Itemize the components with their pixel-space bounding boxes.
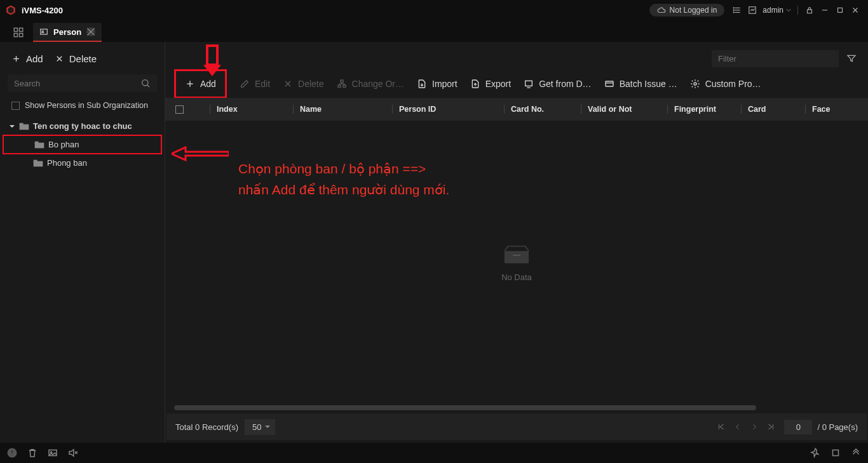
sidebar-add-button[interactable]: Add [11, 53, 43, 64]
tab-person[interactable]: Person [33, 23, 102, 42]
home-tab[interactable] [8, 23, 29, 42]
last-icon [766, 422, 775, 431]
folder-icon [33, 159, 43, 167]
svg-rect-38 [341, 80, 343, 82]
svg-rect-16 [14, 34, 17, 37]
pager: Total 0 Record(s) 50 0 / 0 Page(s) [166, 413, 867, 440]
svg-point-6 [733, 10, 734, 10]
titlebar: iVMS-4200 Not Logged in admin [0, 0, 868, 20]
tree-item-bophan[interactable]: Bo phan [3, 135, 162, 154]
content-toolbar: Add Edit Delete Change Or… Import Export [165, 70, 868, 98]
custom-label: Custom Pro… [705, 79, 761, 89]
custom-property-button[interactable]: Custom Pro… [690, 79, 761, 89]
minimize-button[interactable] [817, 3, 832, 18]
app-logo-icon [5, 4, 17, 16]
divider [797, 6, 798, 15]
sidebar-delete-button[interactable]: Delete [55, 53, 97, 64]
page-size-select[interactable]: 50 [245, 419, 275, 435]
sidebar-add-label: Add [26, 53, 43, 64]
filter-input[interactable] [712, 50, 839, 67]
tab-close-button[interactable] [86, 27, 95, 36]
filter-button[interactable] [843, 50, 860, 67]
trash-icon[interactable] [27, 447, 38, 459]
export-label: Export [485, 79, 511, 89]
col-index: Index [217, 105, 238, 114]
svg-point-7 [733, 12, 734, 13]
scrollbar-thumb[interactable] [174, 405, 756, 410]
pin-icon[interactable] [810, 447, 821, 459]
login-status-text: Not Logged in [670, 6, 717, 15]
sidebar-search[interactable] [8, 74, 157, 92]
get-from-device-button[interactable]: Get from D… [524, 79, 591, 89]
add-button[interactable]: Add [174, 69, 227, 98]
svg-line-27 [147, 85, 149, 87]
tree-item-phongban[interactable]: Phong ban [3, 154, 162, 171]
svg-rect-47 [606, 81, 613, 86]
cloud-icon [657, 6, 666, 15]
alert-icon[interactable] [6, 447, 18, 459]
import-button[interactable]: Import [417, 79, 458, 89]
svg-rect-9 [808, 10, 812, 13]
col-valid: Valid or Not [588, 105, 632, 114]
user-menu[interactable]: admin [763, 6, 791, 15]
import-icon [417, 79, 427, 89]
horizontal-scrollbar[interactable] [174, 405, 859, 411]
first-page-button[interactable] [713, 419, 729, 435]
window-icon[interactable] [830, 447, 841, 459]
stats-icon[interactable] [745, 3, 760, 18]
total-records: Total 0 Record(s) [175, 422, 238, 432]
lock-icon[interactable] [802, 3, 817, 18]
gallery-icon[interactable] [47, 447, 58, 459]
svg-rect-18 [41, 29, 48, 34]
svg-rect-58 [833, 450, 839, 456]
total-pages: / 0 Page(s) [817, 422, 858, 432]
mute-icon[interactable] [67, 447, 79, 459]
list-icon[interactable] [729, 3, 745, 18]
folder-icon [19, 123, 29, 130]
edit-button[interactable]: Edit [240, 79, 270, 89]
checkbox-icon [11, 102, 20, 110]
col-person-id: Person ID [399, 105, 436, 114]
svg-point-19 [42, 30, 43, 32]
current-page-input[interactable]: 0 [784, 420, 812, 434]
search-input[interactable] [14, 79, 140, 88]
edit-label: Edit [255, 79, 270, 89]
prev-page-button[interactable] [729, 419, 746, 435]
folder-icon [34, 141, 44, 149]
svg-rect-29 [20, 123, 24, 124]
tree-root[interactable]: Ten cong ty hoac to chuc [3, 117, 162, 135]
tree-item-label: Bo phan [48, 140, 79, 149]
expand-up-icon[interactable] [850, 447, 862, 459]
export-icon [470, 79, 480, 89]
svg-rect-15 [20, 28, 23, 31]
next-page-button[interactable] [746, 419, 763, 435]
chevron-down-icon [786, 8, 791, 13]
page-size-value: 50 [252, 422, 261, 432]
export-button[interactable]: Export [470, 79, 511, 89]
maximize-button[interactable] [832, 3, 848, 18]
last-page-button[interactable] [763, 419, 779, 435]
x-icon [283, 79, 293, 89]
batch-issue-button[interactable]: Batch Issue … [604, 79, 677, 89]
show-sub-org-label: Show Persons in Sub Organization [25, 101, 148, 110]
plus-icon [11, 54, 21, 64]
empty-box-icon [502, 243, 531, 266]
sidebar-delete-label: Delete [69, 53, 97, 64]
close-button[interactable] [848, 3, 863, 18]
col-card: Card [748, 105, 766, 114]
tree-root-label: Ten cong ty hoac to chuc [33, 121, 132, 131]
select-all-checkbox[interactable] [175, 105, 184, 114]
user-name: admin [763, 6, 783, 15]
sidebar: Add Delete Show Persons in Sub Organizat… [0, 42, 165, 443]
delete-button[interactable]: Delete [283, 79, 323, 89]
change-org-button[interactable]: Change Or… [337, 79, 404, 89]
show-sub-org-checkbox[interactable]: Show Persons in Sub Organization [0, 97, 165, 115]
change-org-label: Change Or… [352, 79, 404, 89]
svg-point-26 [142, 80, 148, 86]
card-icon [604, 79, 614, 89]
edit-icon [240, 79, 250, 89]
plus-icon [185, 79, 195, 89]
gear-icon [690, 79, 700, 89]
svg-rect-50 [513, 255, 520, 256]
login-status[interactable]: Not Logged in [649, 4, 725, 17]
